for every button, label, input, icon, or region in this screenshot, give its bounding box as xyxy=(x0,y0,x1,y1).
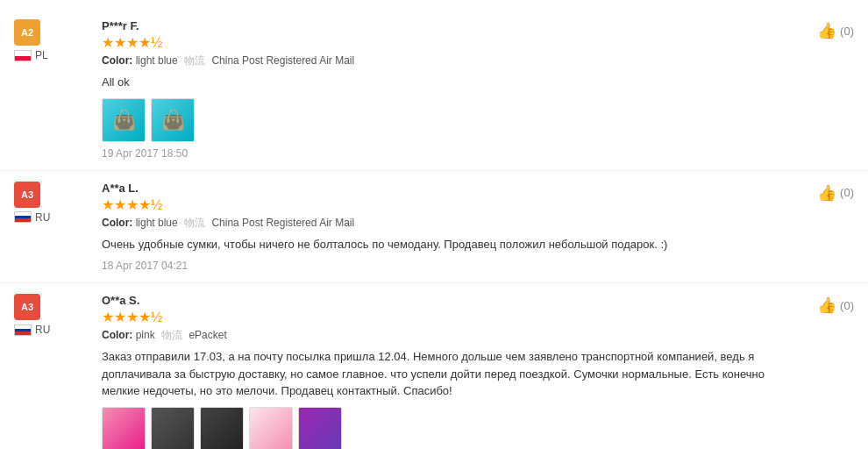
star-half-icon: ½ xyxy=(151,310,162,324)
reviewer-country: RU xyxy=(14,211,50,224)
thumbs-up-icon: 👍 xyxy=(817,21,836,40)
avatar: A3 xyxy=(14,294,40,320)
review-image-thumb[interactable] xyxy=(102,407,146,450)
reviewer-country: RU xyxy=(14,324,50,336)
star-rating: ★★★★½ xyxy=(102,310,801,324)
star-full-icon: ★ xyxy=(114,198,126,212)
shipping-sep: 物流 xyxy=(161,329,182,341)
review-content: O**a S. ★★★★½ Color: pink 物流 ePacket Зак… xyxy=(93,294,801,449)
color-label: Color: xyxy=(102,54,132,67)
avatar: A3 xyxy=(14,182,40,208)
review-date: 19 Apr 2017 18:50 xyxy=(102,147,801,160)
star-half-icon: ½ xyxy=(151,36,162,50)
shipping-sep: 物流 xyxy=(184,217,205,229)
review-item: A3 RU A**a L. ★★★★½ Color: light blue 物流… xyxy=(0,171,868,284)
thumbs-up-icon: 👍 xyxy=(817,183,836,203)
star-full-icon: ★ xyxy=(102,198,114,212)
star-full-icon: ★ xyxy=(139,36,151,50)
star-full-icon: ★ xyxy=(139,198,151,212)
review-item: A2 PL P***r F. ★★★★½ Color: light blue 物… xyxy=(0,9,868,171)
review-image-thumb[interactable]: 👜 xyxy=(151,98,195,142)
star-full-icon: ★ xyxy=(139,310,151,324)
like-count: (0) xyxy=(840,186,854,199)
color-value: pink xyxy=(136,329,155,341)
review-image-thumb[interactable] xyxy=(151,407,195,450)
color-label: Color: xyxy=(102,217,132,229)
like-count: (0) xyxy=(840,299,854,312)
star-full-icon: ★ xyxy=(102,310,114,324)
star-full-icon: ★ xyxy=(126,310,139,324)
like-count: (0) xyxy=(840,25,854,38)
review-images xyxy=(102,407,801,450)
shipping-method: China Post Registered Air Mail xyxy=(211,54,354,67)
review-image-thumb[interactable] xyxy=(249,407,293,450)
star-full-icon: ★ xyxy=(114,36,126,50)
color-value: light blue xyxy=(136,54,178,67)
star-full-icon: ★ xyxy=(126,36,139,50)
star-full-icon: ★ xyxy=(126,198,139,212)
reviews-container: A2 PL P***r F. ★★★★½ Color: light blue 物… xyxy=(0,0,868,449)
like-button[interactable]: 👍 (0) xyxy=(817,183,854,203)
star-half-icon: ½ xyxy=(151,198,162,212)
avatar: A2 xyxy=(14,19,40,46)
reviewer-country: PL xyxy=(14,49,48,61)
review-content: A**a L. ★★★★½ Color: light blue 物流 China… xyxy=(93,182,801,273)
like-section: 👍 (0) xyxy=(801,294,854,449)
country-code: RU xyxy=(35,211,50,224)
reviewer-info: A3 RU xyxy=(14,182,93,273)
review-text: All ok xyxy=(102,74,801,91)
color-info: Color: light blue 物流 China Post Register… xyxy=(102,216,801,231)
reviewer-info: A3 RU xyxy=(14,294,93,449)
star-full-icon: ★ xyxy=(114,310,126,324)
star-rating: ★★★★½ xyxy=(102,36,801,50)
like-button[interactable]: 👍 (0) xyxy=(817,296,854,315)
shipping-sep: 物流 xyxy=(184,54,205,67)
flag-icon xyxy=(14,211,32,223)
review-date: 18 Apr 2017 04:21 xyxy=(102,260,801,272)
review-images: 👜👜 xyxy=(102,98,801,142)
color-info: Color: light blue 物流 China Post Register… xyxy=(102,53,801,68)
country-code: RU xyxy=(35,324,50,336)
country-code: PL xyxy=(35,49,48,61)
reviewer-info: A2 PL xyxy=(14,19,93,160)
flag-icon xyxy=(14,324,32,336)
thumbs-up-icon: 👍 xyxy=(817,296,836,315)
review-text: Заказ отправили 17.03, а на почту посылк… xyxy=(102,348,801,400)
review-image-thumb[interactable] xyxy=(200,407,244,450)
flag-icon xyxy=(14,50,32,61)
color-info: Color: pink 物流 ePacket xyxy=(102,328,801,343)
review-image-thumb[interactable] xyxy=(298,407,342,450)
like-button[interactable]: 👍 (0) xyxy=(817,21,854,40)
review-image-thumb[interactable]: 👜 xyxy=(102,98,146,142)
shipping-method: China Post Registered Air Mail xyxy=(211,217,354,229)
review-content: P***r F. ★★★★½ Color: light blue 物流 Chin… xyxy=(93,19,801,160)
like-section: 👍 (0) xyxy=(801,19,854,160)
shipping-method: ePacket xyxy=(189,329,226,341)
reviewer-username: A**a L. xyxy=(102,182,801,195)
review-text: Очень удобные сумки, чтобы ничего не бол… xyxy=(102,236,801,253)
star-full-icon: ★ xyxy=(102,36,114,50)
color-value: light blue xyxy=(136,217,178,229)
reviewer-username: P***r F. xyxy=(102,19,801,32)
color-label: Color: xyxy=(102,329,132,341)
like-section: 👍 (0) xyxy=(801,182,854,273)
star-rating: ★★★★½ xyxy=(102,198,801,212)
reviewer-username: O**a S. xyxy=(102,294,801,307)
review-item: A3 RU O**a S. ★★★★½ Color: pink 物流 ePack… xyxy=(0,283,868,449)
